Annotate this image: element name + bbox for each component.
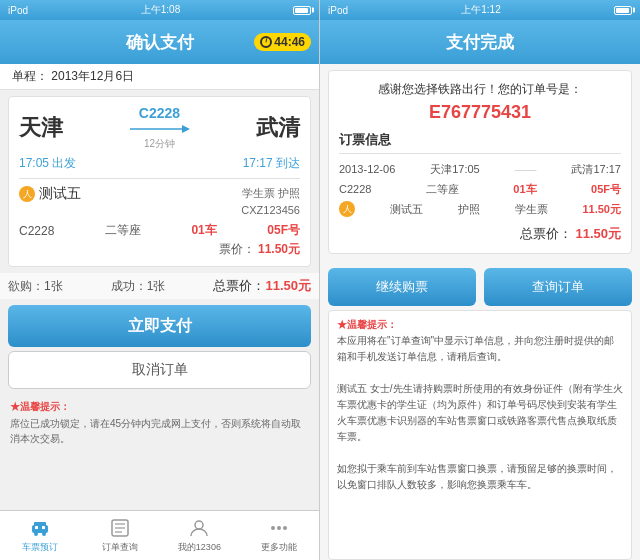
svg-rect-2 [32,525,48,533]
trip-info-bar: 单程： 2013年12月6日 [0,64,319,90]
continue-button[interactable]: 继续购票 [328,268,476,306]
bottom-tab-bar: 车票预订 订单查询 我的12306 更多功能 [0,510,319,560]
from-city: 天津 [19,113,63,143]
train-number: C2228 [139,105,180,121]
arrive-time: 17:17 到达 [243,155,300,172]
seat-seat: 05F号 [267,222,300,239]
svg-point-5 [42,532,46,536]
info-class: 二等座 [426,180,459,200]
right-header-title: 支付完成 [446,31,514,54]
right-carrier: iPod [328,5,348,16]
info-dash: —— [515,160,537,180]
left-header-title: 确认支付 [126,31,194,54]
route-arrow [130,121,190,137]
warm-tip-section: ★温馨提示： 本应用将在"订单查询"中显示订单信息，并向您注册时提供的邮箱和手机… [328,310,632,560]
success-count: 成功：1张 [111,278,166,295]
warm-tip-p3: 如您拟于乘车前到车站售票窗口换票，请预留足够的换票时间，以免窗口排队人数较多，影… [337,461,623,493]
right-screen: iPod 上午1:12 支付完成 感谢您选择铁路出行！您的订单号是： E7677… [320,0,640,560]
tip-content: 席位已成功锁定，请在45分钟内完成网上支付，否则系统将自动取消本次交易。 [10,416,309,446]
depart-time: 17:05 出发 [19,155,76,172]
timer-badge: 44:46 [254,33,311,51]
battery-icon [293,6,311,15]
train-icon [29,517,51,539]
svg-point-14 [277,526,281,530]
left-time: 上午1:08 [141,3,180,17]
trip-date: 2013年12月6日 [51,69,134,83]
total-label: 总票价：11.50元 [213,277,311,295]
info-passenger: 测试五 [390,200,423,220]
id-number: CXZ123456 [241,202,300,219]
warm-tip-p1: 本应用将在"订单查询"中显示订单信息，并向您注册时提供的邮箱和手机发送订单信息，… [337,333,623,365]
warm-tip-p2: 测试五 女士/先生请持购票时所使用的有效身份证件（附有学生火车票优惠卡的学生证（… [337,381,623,445]
seat-carriage: 01车 [191,222,216,239]
info-row-passenger: 人 测试五 护照 学生票 11.50元 [339,200,621,220]
to-city: 武清 [256,113,300,143]
pay-button[interactable]: 立即支付 [8,305,311,347]
right-time: 上午1:12 [461,3,500,17]
total-row: 总票价： 11.50元 [339,225,621,243]
ticket-type-box: 学生票 护照 CXZ123456 [241,185,300,218]
ticket-card: 天津 C2228 12分钟 武清 17:05 出发 17:17 到达 [8,96,311,267]
ticket-type: 学生票 护照 [241,185,300,202]
tab-ticket[interactable]: 车票预订 [0,511,80,560]
info-id-type: 护照 [458,200,480,220]
right-battery-icon [614,6,632,15]
seat-class: 二等座 [105,222,141,239]
order-number: E767775431 [339,102,621,123]
right-person-icon: 人 [339,201,355,217]
info-ticket-type: 学生票 [515,200,548,220]
svg-rect-3 [34,522,46,526]
dots-icon [268,517,290,539]
duration: 12分钟 [144,137,175,151]
price-label: 票价： [219,242,255,256]
right-header: 支付完成 [320,20,640,64]
cancel-button[interactable]: 取消订单 [8,351,311,389]
seat-row: C2228 二等座 01车 05F号 [19,222,300,239]
svg-point-13 [271,526,275,530]
tip-section: ★温馨提示： 席位已成功锁定，请在45分钟内完成网上支付，否则系统将自动取消本次… [0,395,319,510]
passenger-name-area: 人 测试五 [19,185,81,203]
tab-order[interactable]: 订单查询 [80,511,160,560]
timer-value: 44:46 [274,35,305,49]
right-battery-area [614,6,632,15]
divider-1 [19,178,300,179]
left-screen: iPod 上午1:08 确认支付 44:46 单程： 2013年12月6日 天津 [0,0,320,560]
total-label-right: 总票价： [520,226,572,241]
left-header: 确认支付 44:46 [0,20,319,64]
svg-rect-6 [35,526,38,529]
passenger-row: 人 测试五 学生票 护照 CXZ123456 [19,185,300,218]
info-price: 11.50元 [582,200,621,220]
timer-icon [260,36,272,48]
info-row-train-seat: C2228 二等座 01车 05F号 [339,180,621,200]
stats-row: 欲购：1张 成功：1张 总票价：11.50元 [0,273,319,299]
info-carriage: 01车 [513,180,536,200]
left-content: 单程： 2013年12月6日 天津 C2228 12分钟 武清 [0,64,319,510]
svg-point-15 [283,526,287,530]
svg-point-12 [195,521,203,529]
seat-train: C2228 [19,224,54,238]
tab-more[interactable]: 更多功能 [239,511,319,560]
section-title: 订票信息 [339,131,621,154]
info-seat: 05F号 [591,180,621,200]
info-to: 武清17:17 [571,160,621,180]
svg-rect-7 [42,526,45,529]
svg-marker-1 [182,125,190,133]
tab-my[interactable]: 我的12306 [160,511,240,560]
success-card: 感谢您选择铁路出行！您的订单号是： E767775431 订票信息 2013-1… [328,70,632,254]
info-row-date-route: 2013-12-06 天津17:05 —— 武清17:17 [339,160,621,180]
query-button[interactable]: 查询订单 [484,268,632,306]
price-row: 票价： 11.50元 [19,241,300,258]
left-status-bar: iPod 上午1:08 [0,0,319,20]
total-price-right: 11.50元 [575,226,621,241]
right-status-bar: iPod 上午1:12 [320,0,640,20]
passenger-name: 测试五 [39,185,81,203]
info-table: 2013-12-06 天津17:05 —— 武清17:17 C2228 二等座 … [339,160,621,219]
svg-point-4 [34,532,38,536]
person-icon: 人 [19,186,35,202]
trip-type: 单程： [12,69,48,83]
info-from: 天津17:05 [430,160,480,180]
arrow-line: C2228 12分钟 [130,105,190,151]
warm-tip-title: ★温馨提示： [337,317,623,333]
wanted-count: 欲购：1张 [8,278,63,295]
left-battery-area [293,6,311,15]
